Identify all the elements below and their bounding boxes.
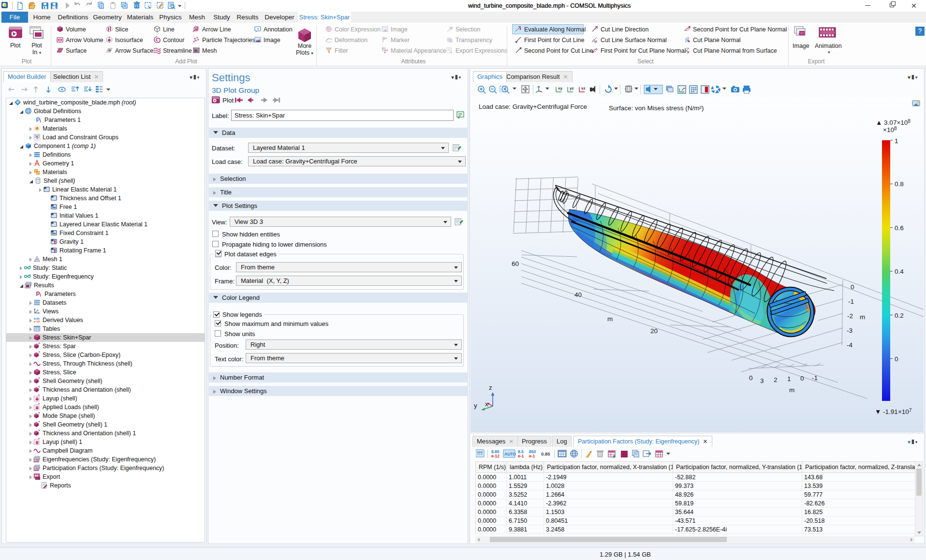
svg-text:Plot: Plot <box>222 97 234 104</box>
svg-text:e-1: e-1 <box>529 454 535 458</box>
svg-text:0: 0 <box>895 355 898 363</box>
svg-text:z: z <box>489 384 492 391</box>
svg-text:▼ -1.91×107: ▼ -1.91×107 <box>875 408 912 415</box>
svg-text:0.4: 0.4 <box>895 268 904 275</box>
svg-text:3: 3 <box>760 377 764 384</box>
svg-text:Surface: von Mises stress (N/m: Surface: von Mises stress (N/m²) <box>609 104 704 112</box>
svg-text:0: 0 <box>800 375 804 382</box>
svg-text:0: 0 <box>851 283 854 291</box>
svg-text:yz: yz <box>570 86 573 90</box>
svg-text:xy: xy <box>558 86 562 90</box>
svg-text:y: y <box>474 402 477 409</box>
svg-text:-1: -1 <box>848 298 854 305</box>
svg-text:▲ 3.07×108: ▲ 3.07×108 <box>876 118 911 126</box>
svg-text:40: 40 <box>574 291 582 298</box>
svg-text:0: 0 <box>749 374 753 382</box>
svg-text:0.8: 0.8 <box>895 180 904 188</box>
svg-text:2: 2 <box>774 376 778 383</box>
svg-text:e-12: e-12 <box>491 454 500 458</box>
svg-text:1: 1 <box>895 137 898 145</box>
svg-text:m: m <box>789 386 794 394</box>
svg-text:-3: -3 <box>847 327 853 334</box>
svg-text:T: T <box>257 27 259 31</box>
svg-text:-1: -1 <box>812 374 818 382</box>
svg-text:1: 1 <box>787 375 791 383</box>
svg-text:-4: -4 <box>847 341 853 349</box>
svg-text:-2: -2 <box>847 312 853 320</box>
svg-text:m: m <box>607 315 613 323</box>
svg-text:x: x <box>485 400 488 408</box>
svg-text:60: 60 <box>512 260 519 267</box>
svg-text:0.6: 0.6 <box>895 224 904 232</box>
svg-text:0.2: 0.2 <box>895 312 904 319</box>
svg-text:xz: xz <box>581 86 585 90</box>
svg-text:0.85: 0.85 <box>541 451 550 457</box>
svg-text:20: 20 <box>650 327 658 335</box>
svg-text:m: m <box>860 313 865 321</box>
svg-text:AUTO: AUTO <box>504 452 516 457</box>
svg-text:e-1: e-1 <box>518 454 524 458</box>
svg-text:Load case: Gravity+Centrifugal: Load case: Gravity+Centrifugal Force <box>479 103 587 110</box>
